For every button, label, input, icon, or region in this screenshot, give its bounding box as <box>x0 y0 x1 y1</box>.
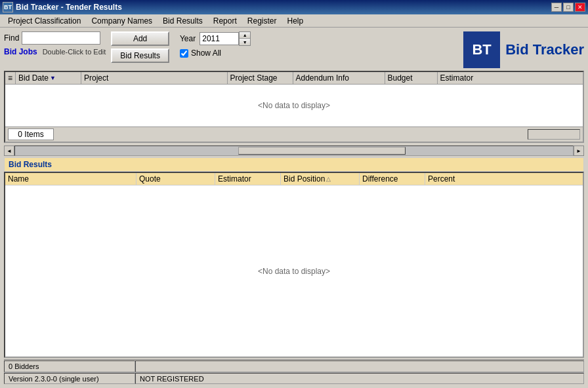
hscroll-track[interactable] <box>14 146 574 156</box>
find-row: Find <box>4 31 106 45</box>
year-decrement[interactable]: ▼ <box>240 39 250 45</box>
menu-project-classification[interactable]: Project Classification <box>3 15 86 27</box>
minimize-button[interactable]: ─ <box>551 3 562 12</box>
br-th-estimator[interactable]: Estimator <box>215 173 281 185</box>
title-bar-buttons: ─ □ ✕ <box>551 3 585 12</box>
main-table-no-data: <No data to display> <box>5 85 583 126</box>
show-all-checkbox[interactable] <box>180 49 188 58</box>
br-th-name[interactable]: Name <box>5 173 136 185</box>
not-registered-text: NOT REGISTERED <box>135 373 584 384</box>
th-estimator[interactable]: Estimator <box>438 72 583 84</box>
year-input[interactable] <box>200 32 239 45</box>
th-bid-date[interactable]: Bid Date ▼ <box>16 72 81 84</box>
year-input-wrap: ▲ ▼ <box>200 31 251 46</box>
th-row-indicator: ≡ <box>5 72 16 84</box>
show-all-label: Show All <box>191 48 221 58</box>
menu-register[interactable]: Register <box>242 15 282 27</box>
bid-results-table: Name Quote Estimator Bid Position △ Diff… <box>4 172 584 358</box>
bid-jobs-row: Bid Jobs Double-Click to Edit <box>4 47 106 56</box>
hscroll-right-button[interactable]: ► <box>574 146 584 156</box>
menu-company-names[interactable]: Company Names <box>86 15 158 27</box>
th-project-stage[interactable]: Project Stage <box>228 72 293 84</box>
year-label: Year <box>180 34 196 43</box>
hscroll-left-button[interactable]: ◄ <box>4 146 14 156</box>
table-footer: 0 Items <box>5 126 583 142</box>
bid-jobs-label: Bid Jobs <box>4 47 37 56</box>
logo-title: Bid Tracker <box>505 41 584 58</box>
bidders-status: 0 Bidders <box>4 360 135 372</box>
horizontal-scrollbar: ◄ ► <box>4 146 584 156</box>
main-content: Find Bid Jobs Double-Click to Edit Add B… <box>0 28 588 388</box>
br-th-bid-position[interactable]: Bid Position △ <box>281 173 360 185</box>
status-bar: 0 Bidders <box>4 359 584 372</box>
logo-icon-text: BT <box>472 41 491 58</box>
toolbar: Find Bid Jobs Double-Click to Edit Add B… <box>4 31 584 68</box>
close-button[interactable]: ✕ <box>575 3 585 12</box>
menu-bid-results[interactable]: Bid Results <box>158 15 208 27</box>
year-increment[interactable]: ▲ <box>240 32 250 39</box>
menu-report[interactable]: Report <box>208 15 242 27</box>
th-addendum-info[interactable]: Addendum Info <box>293 72 385 84</box>
toolbar-left: Find Bid Jobs Double-Click to Edit <box>4 31 106 56</box>
double-click-hint: Double-Click to Edit <box>43 48 106 56</box>
year-spinner: ▲ ▼ <box>239 31 251 46</box>
toolbar-buttons: Add Bid Results <box>111 31 169 63</box>
title-bar-left: BT Bid Tracker - Tender Results <box>3 2 122 12</box>
menu-bar: Project Classification Company Names Bid… <box>0 14 588 28</box>
show-all-row: Show All <box>180 48 251 58</box>
br-th-difference[interactable]: Difference <box>360 173 425 185</box>
menu-help[interactable]: Help <box>282 15 309 27</box>
title-text: Bid Tracker - Tender Results <box>16 3 122 12</box>
hscroll-thumb[interactable] <box>238 147 406 155</box>
main-table: ≡ Bid Date ▼ Project Project Stage Adden… <box>4 71 584 143</box>
version-bar: Version 2.3.0-0 (single user) NOT REGIST… <box>4 372 584 384</box>
bid-results-no-data: <No data to display> <box>5 185 583 357</box>
bid-results-header: Bid Results <box>4 157 584 172</box>
br-header-row: Name Quote Estimator Bid Position △ Diff… <box>5 173 583 185</box>
version-text: Version 2.3.0-0 (single user) <box>4 373 135 384</box>
logo-box: BT <box>463 31 500 68</box>
bid-date-sort-icon: ▼ <box>50 75 56 81</box>
year-row: Year ▲ ▼ <box>180 31 251 46</box>
find-input[interactable] <box>22 31 100 45</box>
footer-spacer <box>528 129 580 140</box>
add-button[interactable]: Add <box>111 31 169 46</box>
bid-results-section: Bid Results Name Quote Estimator Bid Pos… <box>4 157 584 358</box>
items-count: 0 Items <box>8 128 54 140</box>
th-project[interactable]: Project <box>81 72 228 84</box>
year-section: Year ▲ ▼ Show All <box>180 31 251 58</box>
bid-results-button[interactable]: Bid Results <box>111 48 169 63</box>
reg-status <box>135 360 584 372</box>
bid-position-sort-icon: △ <box>326 176 331 182</box>
logo-area: BT Bid Tracker <box>463 31 584 68</box>
find-label: Find <box>4 33 19 43</box>
table-header-row: ≡ Bid Date ▼ Project Project Stage Adden… <box>5 72 583 85</box>
br-th-percent[interactable]: Percent <box>425 173 583 185</box>
th-budget[interactable]: Budget <box>385 72 438 84</box>
title-bar: BT Bid Tracker - Tender Results ─ □ ✕ <box>0 0 588 14</box>
maximize-button[interactable]: □ <box>563 3 574 12</box>
br-th-quote[interactable]: Quote <box>136 173 215 185</box>
app-icon: BT <box>3 2 13 12</box>
